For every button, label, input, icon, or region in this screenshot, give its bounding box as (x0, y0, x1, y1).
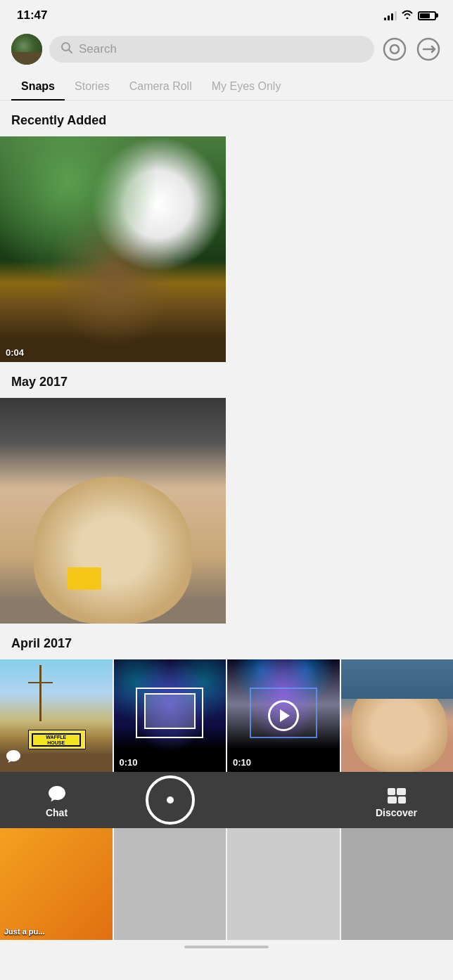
home-indicator-bar (184, 946, 269, 948)
tabs-bar: Snaps Stories Camera Roll My Eyes Only (0, 73, 453, 101)
header: Search (0, 28, 453, 73)
chat-icon (47, 785, 67, 804)
may-2017-title: May 2017 (0, 362, 453, 398)
tab-my-eyes-only[interactable]: My Eyes Only (202, 73, 291, 100)
snap-thumbnail-concert1[interactable]: 0:10 (114, 659, 226, 772)
snap-duration-concert1: 0:10 (120, 757, 138, 768)
battery-icon (418, 11, 436, 20)
add-snap-button[interactable] (415, 36, 442, 63)
snap-thumbnail-plant[interactable]: 0:04 (0, 136, 226, 362)
avatar[interactable] (11, 34, 42, 65)
snap-thumbnail-waffle[interactable]: WAFFLEHOUSE (0, 659, 113, 772)
wifi-icon (401, 9, 414, 22)
snap-thumbnail-puppy[interactable] (341, 659, 454, 772)
svg-point-2 (384, 39, 405, 60)
bottom-nav: Chat Discover (0, 772, 453, 828)
nav-chat[interactable]: Chat (0, 772, 113, 828)
status-time: 11:47 (17, 8, 47, 22)
svg-rect-7 (388, 797, 397, 804)
snap-thumbnail-concert2[interactable]: 0:10 (227, 659, 340, 772)
camera-button[interactable] (146, 775, 195, 825)
search-bar[interactable]: Search (49, 36, 374, 63)
may-2017-grid (0, 398, 453, 624)
camera-ring-icon (146, 775, 195, 825)
snap-thumbnail-extra1[interactable] (114, 828, 226, 941)
snap-thumbnail-orange[interactable]: Just a pu... (0, 828, 113, 941)
nav-camera[interactable] (113, 772, 226, 828)
search-placeholder-text: Search (79, 42, 117, 56)
tab-stories[interactable]: Stories (65, 73, 120, 100)
profile-button[interactable] (381, 36, 408, 63)
svg-rect-5 (388, 788, 395, 795)
snap-thumbnail-extra2[interactable] (227, 828, 340, 941)
play-button-overlay[interactable] (268, 700, 299, 731)
april-2017-title: April 2017 (0, 624, 453, 659)
svg-line-1 (69, 50, 72, 53)
snap-duration-plant: 0:04 (6, 347, 24, 358)
nav-camera-empty (226, 772, 340, 828)
svg-rect-8 (398, 797, 406, 804)
signal-bars-icon (384, 11, 397, 20)
nav-discover[interactable]: Discover (340, 772, 453, 828)
search-icon (60, 41, 73, 57)
more-snaps-row: Just a pu... (0, 828, 453, 941)
nav-chat-label: Chat (46, 807, 68, 818)
content-area: Recently Added 0:04 May 2017 April 2017 … (0, 101, 453, 772)
discover-icon (387, 787, 407, 804)
svg-rect-6 (397, 788, 406, 795)
nav-discover-label: Discover (376, 807, 417, 818)
recently-added-grid: 0:04 (0, 136, 453, 362)
snap-thumbnail-extra3[interactable] (341, 828, 454, 941)
waffle-house-sign: WAFFLEHOUSE (32, 733, 81, 747)
april-2017-grid: WAFFLEHOUSE 0:10 0:10 (0, 659, 453, 772)
status-icons (384, 9, 436, 22)
status-bar: 11:47 (0, 0, 453, 28)
snap-duration-concert2: 0:10 (233, 757, 251, 768)
home-indicator (0, 940, 453, 951)
tab-camera-roll[interactable]: Camera Roll (120, 73, 202, 100)
orange-snap-caption: Just a pu... (4, 927, 44, 936)
tab-snaps[interactable]: Snaps (11, 73, 65, 100)
snap-thumbnail-dog[interactable] (0, 398, 226, 624)
recently-added-title: Recently Added (0, 101, 453, 136)
svg-point-3 (390, 45, 399, 53)
